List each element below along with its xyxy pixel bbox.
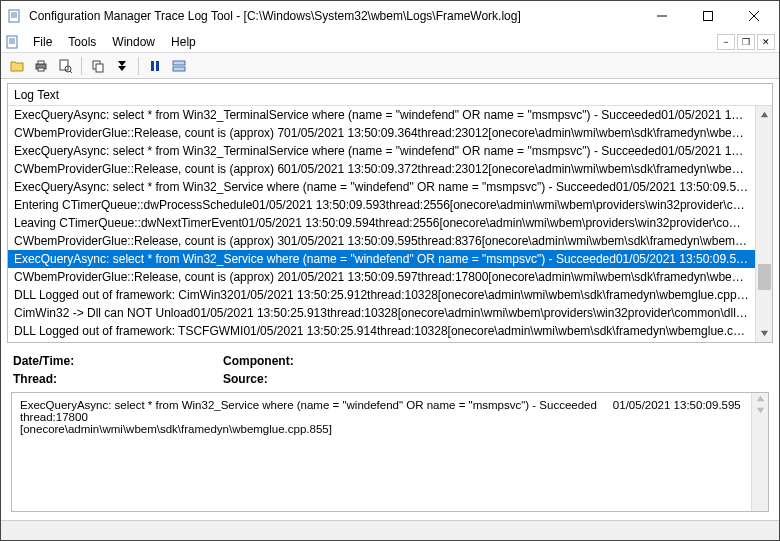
log-row[interactable]: DLL Logged out of framework: TSCFGWMI01/… xyxy=(8,322,755,340)
svg-rect-8 xyxy=(7,36,17,48)
log-row[interactable]: CimWin32 -> Dll can NOT Unload01/05/2021… xyxy=(8,304,755,322)
menubar: File Tools Window Help − ❐ ✕ xyxy=(1,31,779,53)
menu-window[interactable]: Window xyxy=(104,33,163,51)
open-button[interactable] xyxy=(7,56,27,76)
log-row[interactable]: ExecQueryAsync: select * from Win32_Serv… xyxy=(8,178,755,196)
print-preview-button[interactable] xyxy=(55,56,75,76)
meta-panel: Date/Time: Component: Thread: Source: xyxy=(5,347,775,392)
log-row[interactable]: CWbemProviderGlue::Release, count is (ap… xyxy=(8,160,755,178)
svg-rect-20 xyxy=(151,61,154,71)
window-controls xyxy=(639,1,777,31)
print-button[interactable] xyxy=(31,56,51,76)
mdi-minimize-button[interactable]: − xyxy=(717,34,735,50)
scroll-down-icon[interactable] xyxy=(756,325,773,342)
log-row[interactable]: CWbemProviderGlue::Release, count is (ap… xyxy=(8,124,755,142)
detail-vertical-scrollbar[interactable] xyxy=(751,393,768,511)
statusbar xyxy=(1,520,779,540)
titlebar: Configuration Manager Trace Log Tool - [… xyxy=(1,1,779,31)
toolbar xyxy=(1,53,779,79)
svg-rect-21 xyxy=(156,61,159,71)
label-datetime: Date/Time: xyxy=(13,352,223,370)
svg-rect-22 xyxy=(173,61,185,65)
detail-thread: thread:17800 xyxy=(20,411,88,423)
menu-tools[interactable]: Tools xyxy=(60,33,104,51)
svg-rect-15 xyxy=(60,60,68,70)
log-row[interactable]: ExecQueryAsync: select * from Win32_Serv… xyxy=(8,250,755,268)
main-area: Log Text ExecQueryAsync: select * from W… xyxy=(1,79,779,520)
vertical-scrollbar[interactable] xyxy=(755,106,772,342)
label-source: Source: xyxy=(223,370,767,388)
maximize-button[interactable] xyxy=(685,1,731,31)
column-header-log-text[interactable]: Log Text xyxy=(8,84,772,106)
detail-message: ExecQueryAsync: select * from Win32_Serv… xyxy=(20,399,597,411)
log-row[interactable]: Entering CTimerQueue::dwProcessSchedule0… xyxy=(8,196,755,214)
copy-button[interactable] xyxy=(88,56,108,76)
detail-panel: ExecQueryAsync: select * from Win32_Serv… xyxy=(11,392,769,512)
log-rows[interactable]: ExecQueryAsync: select * from Win32_Term… xyxy=(8,106,755,342)
menu-help[interactable]: Help xyxy=(163,33,204,51)
app-icon xyxy=(7,8,23,24)
svg-rect-0 xyxy=(9,10,19,22)
mdi-app-icon[interactable] xyxy=(5,34,21,50)
detail-date: 01/05/2021 13:50:09.595 xyxy=(613,399,741,411)
svg-rect-19 xyxy=(96,64,103,72)
log-row[interactable]: ExecQueryAsync: select * from Win32_Term… xyxy=(8,106,755,124)
minimize-button[interactable] xyxy=(639,1,685,31)
detail-scroll-down-icon[interactable] xyxy=(756,405,765,417)
mdi-restore-button[interactable]: ❐ xyxy=(737,34,755,50)
log-row[interactable]: CWbemProviderGlue::Release, count is (ap… xyxy=(8,268,755,286)
scroll-up-icon[interactable] xyxy=(756,106,773,123)
log-row[interactable]: Leaving CTimerQueue::dwNextTimerEvent01/… xyxy=(8,214,755,232)
log-row[interactable]: DLL Logged out of framework: CimWin3201/… xyxy=(8,286,755,304)
svg-rect-13 xyxy=(38,61,44,64)
find-button[interactable] xyxy=(112,56,132,76)
svg-rect-5 xyxy=(704,12,713,21)
menu-file[interactable]: File xyxy=(25,33,60,51)
svg-rect-23 xyxy=(173,67,185,71)
label-thread: Thread: xyxy=(13,370,223,388)
log-row[interactable]: CWbemProviderGlue::Release, count is (ap… xyxy=(8,232,755,250)
mdi-close-button[interactable]: ✕ xyxy=(757,34,775,50)
log-grid: Log Text ExecQueryAsync: select * from W… xyxy=(7,83,773,343)
svg-rect-14 xyxy=(38,68,44,71)
window: Configuration Manager Trace Log Tool - [… xyxy=(0,0,780,541)
detail-source-line: [onecore\admin\wmi\wbem\sdk\framedyn\wbe… xyxy=(20,423,760,435)
window-title: Configuration Manager Trace Log Tool - [… xyxy=(29,9,639,23)
pause-button[interactable] xyxy=(145,56,165,76)
details-button[interactable] xyxy=(169,56,189,76)
label-component: Component: xyxy=(223,352,767,370)
detail-scroll-up-icon[interactable] xyxy=(756,393,765,405)
close-button[interactable] xyxy=(731,1,777,31)
svg-line-17 xyxy=(70,71,72,73)
scroll-thumb[interactable] xyxy=(758,264,771,290)
log-row[interactable]: ExecQueryAsync: select * from Win32_Term… xyxy=(8,142,755,160)
